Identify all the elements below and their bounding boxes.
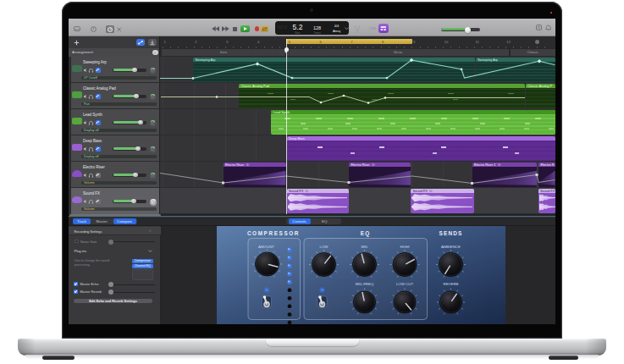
svg-text:MID-FREQ: MID-FREQ — [356, 281, 374, 285]
svg-text:MID: MID — [361, 244, 367, 248]
svg-text:EQ: EQ — [361, 229, 371, 236]
svg-text:REVERB: REVERB — [443, 281, 458, 285]
svg-text:SENDS: SENDS — [439, 229, 462, 235]
svg-text:LOW CUT: LOW CUT — [396, 281, 414, 285]
svg-text:HIGH: HIGH — [400, 244, 410, 248]
svg-text:AMBIENCE: AMBIENCE — [441, 244, 461, 248]
svg-text:AMOUNT: AMOUNT — [258, 244, 274, 248]
svg-text:COMPRESSOR: COMPRESSOR — [247, 229, 300, 235]
svg-text:LOW: LOW — [319, 244, 329, 248]
